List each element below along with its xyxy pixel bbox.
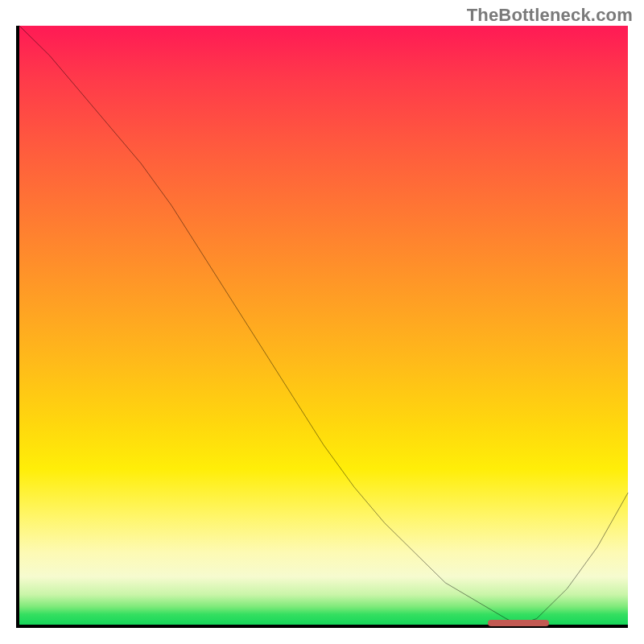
plot-area <box>16 26 628 628</box>
chart-stage: TheBottleneck.com <box>0 0 644 644</box>
bottleneck-curve <box>19 26 628 625</box>
curve-svg <box>19 26 628 625</box>
minimum-marker <box>488 620 549 626</box>
watermark-text: TheBottleneck.com <box>467 5 633 26</box>
